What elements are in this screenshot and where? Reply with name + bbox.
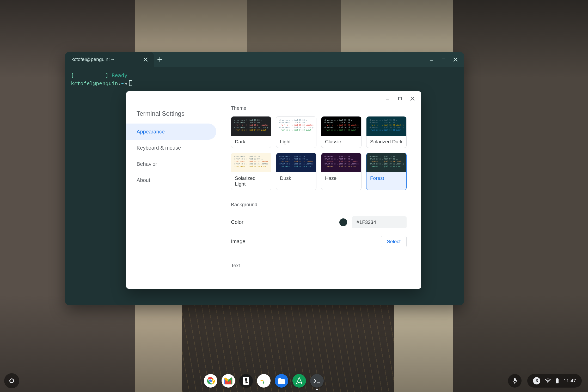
svg-point-10 [548, 382, 548, 383]
shelf-app-terminal[interactable] [310, 374, 324, 388]
sidebar-item-label: About [137, 177, 150, 183]
svg-rect-9 [514, 378, 516, 381]
settings-close-icon[interactable] [408, 94, 417, 103]
settings-maximize-icon[interactable] [395, 94, 405, 103]
theme-card-forest[interactable]: drwxr-xr-x 1 joel 13:20 . drwxr-xr-x 1 r… [366, 153, 407, 190]
terminal-settings-window: Terminal Settings AppearanceKeyboard & m… [126, 91, 421, 289]
sidebar-item-appearance[interactable]: Appearance [126, 124, 216, 140]
terminal-cursor [129, 80, 132, 86]
theme-preview: drwxr-xr-x 1 joel 13:20 . drwxr-xr-x 1 r… [231, 153, 271, 172]
svg-rect-1 [399, 97, 401, 100]
theme-card-dark[interactable]: drwxr-xr-x 1 joel 13:20 . drwxr-xr-x 1 r… [231, 116, 271, 148]
background-hex-field[interactable]: #1F3334 [352, 216, 407, 228]
background-image-row: Image Select [231, 232, 407, 251]
theme-card-haze[interactable]: drwxr-xr-x 1 joel 13:20 . drwxr-xr-x 1 r… [321, 153, 362, 190]
theme-name: Light [276, 136, 316, 148]
background-color-label: Color [231, 219, 339, 225]
prompt-path: ~ [121, 80, 124, 87]
settings-minimize-icon[interactable] [383, 94, 392, 103]
shelf-active-indicator [316, 389, 318, 390]
theme-name: Dark [231, 136, 271, 148]
shelf-app-photos[interactable] [257, 374, 271, 388]
sidebar-item-label: Appearance [137, 129, 165, 135]
svg-rect-0 [442, 58, 445, 61]
terminal-tab-title: kctofel@penguin: ~ [71, 57, 139, 62]
terminal-titlebar: kctofel@penguin: ~ [65, 52, 464, 67]
prompt-user: kctofel@penguin [71, 80, 118, 87]
theme-name: Dusk [276, 172, 316, 184]
settings-content: Theme drwxr-xr-x 1 joel 13:20 . drwxr-xr… [223, 91, 421, 289]
background-color-row: Color #1F3334 [231, 213, 407, 232]
clock: 11:47 [564, 378, 576, 384]
theme-name: Forest [366, 172, 406, 184]
status-tray[interactable]: 3 11:47 [527, 374, 582, 388]
theme-card-classic[interactable]: drwxr-xr-x 1 joel 13:20 . drwxr-xr-x 1 r… [321, 116, 362, 148]
theme-name: Classic [321, 136, 361, 148]
sidebar-item-label: Keyboard & mouse [137, 145, 181, 151]
settings-sidebar: Terminal Settings AppearanceKeyboard & m… [126, 91, 223, 289]
theme-preview: drwxr-xr-x 1 joel 13:20 . drwxr-xr-x 1 r… [321, 153, 361, 172]
theme-grid: drwxr-xr-x 1 joel 13:20 . drwxr-xr-x 1 r… [231, 116, 407, 190]
shelf-apps [204, 374, 324, 388]
section-text-label: Text [231, 263, 407, 268]
theme-preview: drwxr-xr-x 1 joel 13:20 . drwxr-xr-x 1 r… [276, 117, 316, 136]
theme-card-solarized-dark[interactable]: drwxr-xr-x 1 joel 13:20 . drwxr-xr-x 1 r… [366, 116, 407, 148]
svg-rect-12 [556, 378, 558, 379]
theme-card-dusk[interactable]: drwxr-xr-x 1 joel 13:20 . drwxr-xr-x 1 r… [276, 153, 316, 190]
microphone-icon [512, 378, 517, 384]
prompt-sep: : [118, 80, 121, 87]
shelf-app-files[interactable] [275, 374, 288, 388]
notification-badge: 3 [533, 377, 540, 384]
svg-rect-11 [556, 379, 559, 383]
voice-search-button[interactable] [508, 374, 522, 388]
shelf-app-password-manager[interactable] [239, 374, 253, 388]
window-maximize-icon[interactable] [437, 52, 449, 67]
launcher-icon [9, 378, 14, 383]
launcher-button[interactable] [4, 373, 19, 388]
settings-title: Terminal Settings [126, 110, 223, 124]
terminal-ready-brackets: [==========] [71, 72, 109, 78]
sidebar-item-behavior[interactable]: Behavior [126, 156, 216, 172]
wifi-icon [545, 378, 551, 383]
theme-preview: drwxr-xr-x 1 joel 13:20 . drwxr-xr-x 1 r… [276, 153, 316, 172]
shelf: 3 11:47 [0, 370, 588, 392]
new-tab-button[interactable] [154, 52, 166, 67]
theme-name: Solarized Light [231, 172, 271, 190]
background-image-select-button[interactable]: Select [381, 236, 407, 247]
terminal-tab[interactable]: kctofel@penguin: ~ [65, 52, 154, 67]
shelf-app-chrome[interactable] [204, 374, 217, 388]
theme-preview: drwxr-xr-x 1 joel 13:20 . drwxr-xr-x 1 r… [366, 153, 406, 172]
background-hex-value: #1F3334 [357, 219, 376, 225]
theme-preview: drwxr-xr-x 1 joel 13:20 . drwxr-xr-x 1 r… [366, 117, 406, 136]
window-minimize-icon[interactable] [425, 52, 437, 67]
settings-titlebar [383, 91, 421, 106]
theme-name: Haze [321, 172, 361, 184]
theme-preview: drwxr-xr-x 1 joel 13:20 . drwxr-xr-x 1 r… [321, 117, 361, 136]
shelf-app-gmail[interactable] [222, 374, 235, 388]
close-tab-icon[interactable] [144, 52, 148, 67]
theme-name: Solarized Dark [366, 136, 406, 148]
battery-icon [555, 378, 559, 384]
sidebar-item-label: Behavior [137, 161, 157, 167]
sidebar-item-keyboard-mouse[interactable]: Keyboard & mouse [126, 140, 216, 156]
terminal-content[interactable]: [==========] Ready kctofel@penguin:~$ [65, 67, 464, 92]
theme-preview: drwxr-xr-x 1 joel 13:20 . drwxr-xr-x 1 r… [231, 117, 271, 136]
section-background-label: Background [231, 202, 407, 207]
terminal-ready-text: Ready [109, 72, 127, 78]
window-close-icon[interactable] [449, 52, 461, 67]
theme-card-light[interactable]: drwxr-xr-x 1 joel 13:20 . drwxr-xr-x 1 r… [276, 116, 316, 148]
background-image-label: Image [231, 238, 381, 244]
shelf-app-navigation[interactable] [292, 374, 306, 388]
sidebar-item-about[interactable]: About [126, 172, 216, 188]
prompt-symbol: $ [124, 80, 127, 87]
section-theme-label: Theme [231, 105, 407, 111]
svg-rect-8 [246, 382, 248, 383]
background-color-swatch[interactable] [339, 218, 347, 226]
theme-card-solarized-light[interactable]: drwxr-xr-x 1 joel 13:20 . drwxr-xr-x 1 r… [231, 153, 271, 190]
